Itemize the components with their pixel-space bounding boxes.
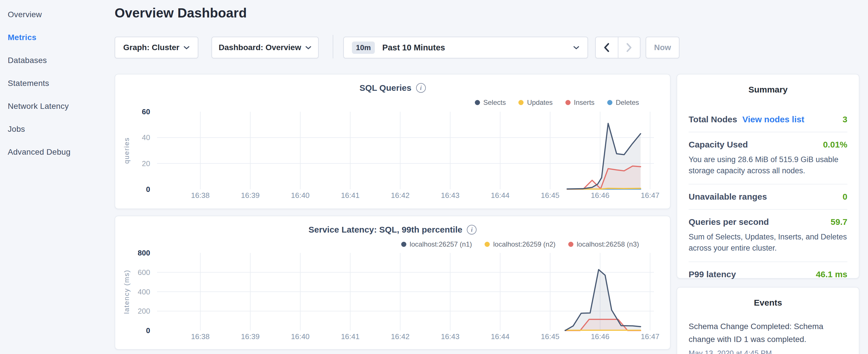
time-window-selector[interactable]: 10m Past 10 Minutes — [343, 37, 588, 58]
time-window-badge: 10m — [352, 41, 375, 54]
summary-value: 46.1 ms — [816, 269, 847, 279]
sidebar-item-network-latency[interactable]: Network Latency — [8, 100, 69, 112]
svg-text:0: 0 — [146, 326, 150, 335]
svg-text:400: 400 — [138, 288, 150, 296]
svg-text:20: 20 — [142, 159, 150, 168]
sidebar-item-advanced-debug[interactable]: Advanced Debug — [8, 146, 70, 158]
svg-text:16:44: 16:44 — [491, 332, 509, 341]
time-window-label: Past 10 Minutes — [382, 43, 569, 53]
summary-title: Summary — [689, 85, 847, 95]
time-step-buttons — [595, 37, 641, 58]
svg-text:16:44: 16:44 — [491, 191, 509, 200]
svg-text:16:45: 16:45 — [541, 191, 559, 200]
svg-text:latency (ms): latency (ms) — [123, 269, 130, 314]
svg-text:0: 0 — [146, 185, 150, 194]
summary-value: 59.7 — [831, 217, 847, 227]
summary-label: Unavailable ranges — [689, 192, 767, 202]
now-button-label: Now — [654, 43, 671, 52]
events-title: Events — [689, 298, 847, 308]
summary-label: Capacity Used — [689, 140, 748, 150]
event-message: Schema Change Completed: Schema change w… — [689, 320, 847, 346]
sql-queries-chart-card: SQL Queries i Selects Updates Inserts De… — [115, 74, 671, 209]
svg-text:800: 800 — [138, 249, 150, 257]
service-latency-chart-card: Service Latency: SQL, 99th percentile i … — [115, 216, 671, 350]
summary-description: You are using 28.6 MiB of 515.9 GiB usab… — [689, 154, 847, 176]
svg-text:16:41: 16:41 — [341, 191, 360, 200]
svg-text:16:46: 16:46 — [591, 191, 610, 200]
sidebar-item-databases[interactable]: Databases — [8, 55, 47, 66]
svg-text:16:43: 16:43 — [441, 191, 459, 200]
svg-text:16:43: 16:43 — [441, 332, 459, 341]
controls-divider — [333, 35, 333, 58]
dashboard-dropdown-label: Dashboard: Overview — [219, 43, 301, 52]
events-panel: Events Schema Change Completed: Schema c… — [677, 287, 859, 354]
dashboard-dropdown[interactable]: Dashboard: Overview — [212, 37, 319, 58]
svg-text:40: 40 — [142, 133, 150, 142]
svg-text:200: 200 — [138, 307, 150, 315]
summary-value: 3 — [842, 115, 847, 124]
svg-text:queries: queries — [123, 137, 130, 164]
svg-text:16:42: 16:42 — [391, 191, 409, 200]
summary-label: Total Nodes — [689, 115, 737, 124]
svg-text:16:46: 16:46 — [591, 332, 610, 341]
sql-queries-chart: 16:3816:3916:4016:4116:4216:4316:4416:45… — [115, 74, 671, 210]
view-nodes-list-link[interactable]: View nodes list — [742, 115, 804, 124]
chevron-down-icon — [183, 45, 190, 50]
sidebar: Overview Metrics Databases Statements Ne… — [0, 0, 115, 354]
svg-text:16:38: 16:38 — [191, 332, 210, 341]
summary-row-capacity-used: Capacity Used 0.01% You are using 28.6 M… — [689, 132, 847, 185]
service-latency-chart: 16:3816:3916:4016:4116:4216:4316:4416:45… — [115, 216, 671, 350]
page-title: Overview Dashboard — [115, 5, 247, 21]
summary-label: P99 latency — [689, 269, 736, 279]
svg-text:16:38: 16:38 — [191, 191, 210, 200]
svg-text:16:40: 16:40 — [291, 332, 309, 341]
summary-label: Queries per second — [689, 217, 769, 227]
svg-text:60: 60 — [142, 107, 150, 116]
svg-text:16:42: 16:42 — [391, 332, 409, 341]
sidebar-item-metrics[interactable]: Metrics — [8, 32, 36, 43]
prev-time-button[interactable] — [596, 37, 618, 58]
sidebar-item-jobs[interactable]: Jobs — [8, 123, 25, 135]
svg-text:16:47: 16:47 — [641, 191, 659, 200]
svg-text:600: 600 — [138, 268, 150, 277]
chevron-down-icon — [573, 45, 580, 50]
svg-text:16:47: 16:47 — [641, 332, 659, 341]
svg-text:16:39: 16:39 — [241, 191, 260, 200]
svg-text:16:41: 16:41 — [341, 332, 360, 341]
summary-row-total-nodes: Total Nodes View nodes list 3 — [689, 107, 847, 132]
sidebar-item-overview[interactable]: Overview — [8, 9, 42, 21]
summary-value: 0 — [842, 192, 847, 202]
svg-text:16:40: 16:40 — [291, 191, 309, 200]
svg-text:16:45: 16:45 — [541, 332, 559, 341]
event-item[interactable]: Schema Change Completed: Schema change w… — [689, 320, 847, 354]
summary-row-queries-per-second: Queries per second 59.7 Sum of Selects, … — [689, 210, 847, 262]
summary-panel: Summary Total Nodes View nodes list 3 Ca… — [677, 74, 859, 279]
event-timestamp: May 13, 2020 at 4:45 PM — [689, 349, 847, 354]
svg-text:16:39: 16:39 — [241, 332, 260, 341]
summary-description: Sum of Selects, Updates, Inserts, and De… — [689, 231, 847, 254]
graph-dropdown[interactable]: Graph: Cluster — [115, 37, 198, 58]
now-button[interactable]: Now — [646, 37, 679, 58]
summary-row-unavailable-ranges: Unavailable ranges 0 — [689, 185, 847, 210]
summary-row-p99-latency: P99 latency 46.1 ms — [689, 262, 847, 287]
chevron-left-icon — [604, 43, 610, 52]
summary-value: 0.01% — [823, 140, 847, 150]
chevron-down-icon — [305, 45, 311, 50]
chevron-right-icon — [626, 43, 632, 52]
next-time-button[interactable] — [618, 37, 640, 58]
graph-dropdown-label: Graph: Cluster — [123, 43, 179, 52]
sidebar-item-statements[interactable]: Statements — [8, 77, 49, 89]
